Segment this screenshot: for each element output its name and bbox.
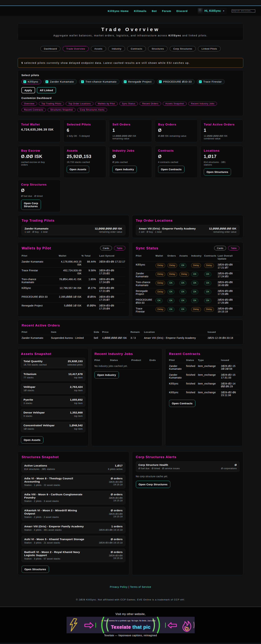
svg-text:⚡ Neon memes for a synthetic a: ⚡ Neon memes for a synthetic age. No log… <box>101 620 155 622</box>
svg-text:Texelate that pic: Texelate that pic <box>111 624 151 630</box>
